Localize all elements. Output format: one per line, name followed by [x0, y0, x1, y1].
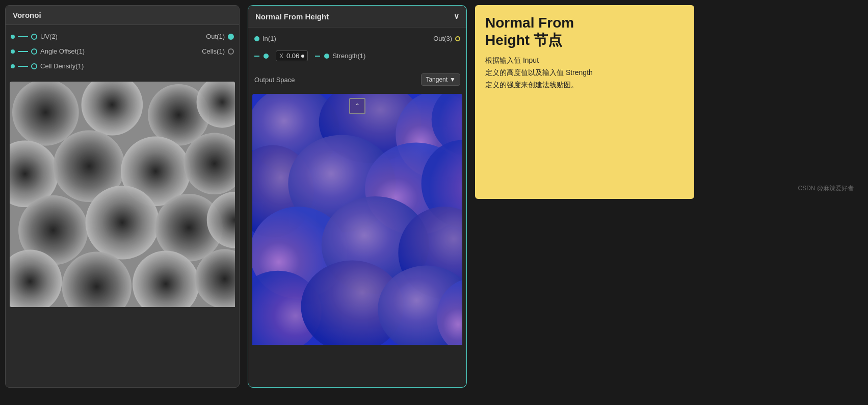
port-row-angle: Angle Offset(1) Cells(1): [6, 44, 239, 59]
strength-dot-mid: [301, 55, 304, 58]
port-right-cells: Cells(1): [202, 47, 234, 55]
normal-node-header: Normal From Height ∨: [248, 6, 466, 28]
port-left-uv: UV(2): [11, 33, 58, 40]
normal-ports: In(1) Out(3) X 0.06 Strength(1): [248, 28, 466, 68]
port-label-out1: Out(1): [206, 33, 225, 40]
port-dot-uv[interactable]: [11, 35, 15, 39]
connector-uv: [18, 36, 28, 37]
normal-preview: ⌃: [252, 94, 462, 383]
output-space-row: Output Space Tangent ▼: [248, 68, 466, 91]
port-in-1: In(1): [254, 35, 276, 42]
port-out-3: Out(3): [433, 35, 460, 42]
port-dot-strength2[interactable]: [324, 54, 329, 59]
port-row-uv: UV(2) Out(1): [6, 29, 239, 44]
voronoi-node-title: Voronoi: [6, 6, 239, 25]
voronoi-preview: [10, 82, 235, 383]
port-label-angle: Angle Offset(1): [40, 47, 85, 55]
port-label-in1: In(1): [262, 35, 276, 42]
connector-celldensity: [18, 66, 28, 67]
connector-angle: [18, 51, 28, 52]
output-space-value: Tangent: [426, 76, 448, 83]
watermark: CSDN @麻辣爱好者: [798, 184, 854, 193]
normal-port-row-in-out: In(1) Out(3): [248, 31, 466, 46]
normal-texture-svg: [252, 94, 462, 345]
strength-value-display: 0.06: [286, 52, 299, 60]
port-right-out1: Out(1): [206, 33, 234, 40]
port-strength-left: X 0.06 Strength(1): [254, 50, 365, 61]
preview-collapse-icon[interactable]: ⌃: [349, 98, 365, 114]
voronoi-ports: UV(2) Out(1) Angle Offset(1) Cells(1): [6, 25, 239, 78]
port-circle-uv[interactable]: [31, 34, 37, 40]
port-dot-out1[interactable]: [228, 34, 234, 40]
strength-connector-left: [254, 56, 259, 57]
port-dot-cells[interactable]: [228, 48, 234, 55]
port-dot-in1[interactable]: [254, 36, 259, 41]
svg-rect-34: [252, 94, 462, 345]
strength-value-container[interactable]: X 0.06: [276, 50, 308, 61]
info-description: 根据输入值 Input定义的高度值以及输入值 Strength定义的强度来创建法…: [485, 55, 684, 91]
voronoi-node: Voronoi UV(2) Out(1) Angle Offset(1): [5, 5, 240, 388]
svg-rect-17: [10, 82, 235, 307]
strength-connector-right: [315, 56, 320, 57]
normal-port-row-strength: X 0.06 Strength(1): [248, 46, 466, 65]
port-left-angle: Angle Offset(1): [11, 47, 85, 55]
port-label-uv: UV(2): [40, 33, 58, 40]
normal-node-title: Normal From Height: [255, 12, 329, 21]
x-label: X: [279, 53, 283, 60]
port-circle-angle[interactable]: [31, 48, 37, 55]
voronoi-texture-svg: [10, 82, 235, 307]
info-title: Normal FromHeight 节点: [485, 14, 684, 48]
info-title-text: Normal FromHeight 节点: [485, 15, 574, 48]
port-circle-celldensity[interactable]: [31, 63, 37, 69]
chevron-up-icon: ⌃: [354, 102, 360, 110]
dropdown-arrow-icon: ▼: [450, 76, 456, 83]
output-space-select[interactable]: Tangent ▼: [421, 73, 460, 86]
port-row-celldensity: Cell Density(1): [6, 59, 239, 73]
port-dot-celldensity[interactable]: [11, 64, 15, 68]
port-label-out3: Out(3): [433, 35, 452, 42]
info-panel: Normal FromHeight 节点 根据输入值 Input定义的高度值以及…: [475, 5, 694, 199]
port-left-celldensity: Cell Density(1): [11, 62, 84, 70]
normal-from-height-node: Normal From Height ∨ In(1) Out(3) X 0: [248, 5, 467, 388]
port-label-strength: Strength(1): [332, 52, 365, 60]
port-dot-angle[interactable]: [11, 49, 15, 54]
chevron-down-icon[interactable]: ∨: [454, 12, 459, 21]
port-label-celldensity: Cell Density(1): [40, 62, 84, 70]
port-label-cells: Cells(1): [202, 47, 225, 55]
port-dot-strength[interactable]: [264, 54, 269, 59]
output-space-label: Output Space: [254, 76, 416, 84]
info-panel-wrapper: Normal FromHeight 节点 根据输入值 Input定义的高度值以及…: [475, 5, 863, 199]
port-dot-out3[interactable]: [455, 36, 460, 41]
